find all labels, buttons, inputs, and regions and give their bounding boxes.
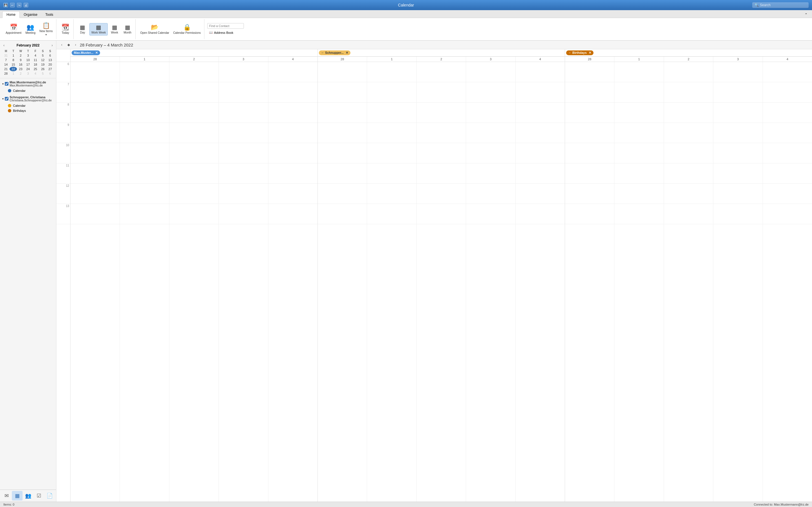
max-col-4[interactable] <box>268 62 317 502</box>
cell[interactable] <box>763 163 812 184</box>
cell[interactable] <box>70 143 119 163</box>
ribbon-collapse-btn[interactable]: ⌃ <box>802 11 810 18</box>
nav-mail-button[interactable]: ✉ <box>1 491 12 501</box>
account-checkbox-christiana[interactable] <box>5 97 8 101</box>
open-shared-calendar-button[interactable]: 📂 Open Shared Calendar <box>139 23 171 36</box>
cell[interactable] <box>417 82 466 103</box>
cell[interactable] <box>713 62 762 82</box>
cell[interactable] <box>169 143 218 163</box>
cell[interactable] <box>169 123 218 143</box>
cell[interactable] <box>219 184 268 204</box>
cell[interactable] <box>219 163 268 184</box>
next-week-button[interactable]: › <box>73 42 78 47</box>
search-input[interactable] <box>760 3 806 7</box>
day-view-button[interactable]: ▦ Day <box>77 23 89 35</box>
work-week-button[interactable]: ▦ Work Week <box>89 23 108 36</box>
cell[interactable] <box>664 204 713 224</box>
account-header-max[interactable]: ▾ Max.Mustermann@lrz.de Max.Mustermann@l… <box>0 79 56 88</box>
cell[interactable] <box>516 184 565 204</box>
cell[interactable] <box>664 62 713 82</box>
cell[interactable] <box>268 62 317 82</box>
tab-organise[interactable]: Organise <box>20 11 42 18</box>
mini-cal-day[interactable]: 28 <box>2 71 10 76</box>
mini-cal-day[interactable]: 31 <box>2 53 10 58</box>
mini-cal-day[interactable]: 6 <box>47 53 54 58</box>
cell[interactable] <box>417 204 466 224</box>
cell[interactable] <box>120 82 169 103</box>
mini-cal-day[interactable]: 4 <box>32 53 39 58</box>
cell[interactable] <box>318 62 367 82</box>
cell[interactable] <box>219 103 268 123</box>
cell[interactable] <box>268 143 317 163</box>
cell[interactable] <box>614 82 663 103</box>
cell[interactable] <box>516 82 565 103</box>
cell[interactable] <box>169 103 218 123</box>
mini-cal-day[interactable]: 18 <box>32 62 39 67</box>
cal-section-close-max[interactable]: ✕ <box>95 51 98 54</box>
nav-calendar-button[interactable]: ▦ <box>12 491 22 501</box>
calendar-item-birthdays[interactable]: Birthdays <box>0 108 56 113</box>
cell[interactable] <box>713 123 762 143</box>
cell[interactable] <box>268 82 317 103</box>
cell[interactable] <box>466 103 515 123</box>
today-week-button[interactable]: ◆ <box>66 42 71 47</box>
mini-cal-day[interactable]: 10 <box>24 58 32 62</box>
cell[interactable] <box>367 163 416 184</box>
calendar-item-christiana[interactable]: Calendar <box>0 103 56 108</box>
cell[interactable] <box>318 204 367 224</box>
nav-people-button[interactable]: 👥 <box>22 491 33 501</box>
cell[interactable] <box>614 184 663 204</box>
mini-cal-day[interactable]: 27 <box>47 67 54 71</box>
mini-cal-day[interactable]: 21 <box>2 67 10 71</box>
cell[interactable] <box>713 82 762 103</box>
mini-cal-day[interactable]: 9 <box>17 58 24 62</box>
mini-cal-day[interactable]: 5 <box>39 71 47 76</box>
cell[interactable] <box>466 204 515 224</box>
mini-cal-day[interactable]: 19 <box>39 62 47 67</box>
cell[interactable] <box>466 143 515 163</box>
cell[interactable] <box>763 82 812 103</box>
cell[interactable] <box>219 143 268 163</box>
mini-cal-day[interactable]: 12 <box>39 58 47 62</box>
redo-icon[interactable]: ↪ <box>17 3 21 7</box>
cell[interactable] <box>614 163 663 184</box>
cell[interactable] <box>70 62 119 82</box>
cell[interactable] <box>318 103 367 123</box>
cell[interactable] <box>565 184 614 204</box>
cell[interactable] <box>367 184 416 204</box>
chris-col-1[interactable] <box>367 62 416 502</box>
cell[interactable] <box>565 143 614 163</box>
mini-cal-day[interactable]: 14 <box>2 62 10 67</box>
mini-cal-day[interactable]: 1 <box>10 71 17 76</box>
cell[interactable] <box>763 123 812 143</box>
cell[interactable] <box>614 143 663 163</box>
cell[interactable] <box>614 62 663 82</box>
cell[interactable] <box>664 143 713 163</box>
week-button[interactable]: ▦ Week <box>108 23 121 35</box>
cell[interactable] <box>763 62 812 82</box>
cell[interactable] <box>565 123 614 143</box>
cell[interactable] <box>614 123 663 143</box>
cell[interactable] <box>713 204 762 224</box>
cell[interactable] <box>318 184 367 204</box>
cell[interactable] <box>219 204 268 224</box>
max-col-3[interactable] <box>219 62 268 502</box>
bday-col-3[interactable] <box>713 62 763 502</box>
cell[interactable] <box>120 204 169 224</box>
tab-tools[interactable]: Tools <box>42 11 57 18</box>
cell[interactable] <box>120 184 169 204</box>
appointment-button[interactable]: 📅 Appointment <box>4 23 23 36</box>
cell[interactable] <box>367 103 416 123</box>
mini-cal-day[interactable]: 16 <box>17 62 24 67</box>
cell[interactable] <box>120 143 169 163</box>
cell[interactable] <box>713 103 762 123</box>
max-col-2[interactable] <box>169 62 219 502</box>
cell[interactable] <box>565 163 614 184</box>
cell[interactable] <box>367 123 416 143</box>
cell[interactable] <box>70 163 119 184</box>
max-col-1[interactable] <box>120 62 169 502</box>
chris-col-2[interactable] <box>417 62 466 502</box>
cell[interactable] <box>219 123 268 143</box>
cell[interactable] <box>466 82 515 103</box>
cell[interactable] <box>664 184 713 204</box>
